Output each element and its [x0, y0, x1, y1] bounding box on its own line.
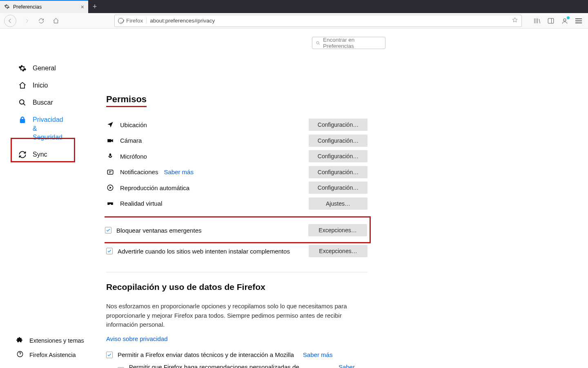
check-row-ext-recs: Permitir que Firefox haga recomendacione…: [118, 363, 368, 368]
forward-button[interactable]: [22, 16, 31, 25]
perm-settings-button[interactable]: Ajustes…: [309, 197, 368, 210]
notification-dot: [567, 16, 570, 19]
privacy-notice-link[interactable]: Aviso sobre privacidad: [106, 335, 368, 342]
perm-label: Reproducción automática: [120, 184, 189, 191]
sidebar-item-general[interactable]: General: [16, 60, 105, 77]
autoplay-icon: [106, 184, 114, 192]
perm-label: Realidad virtual: [120, 200, 162, 207]
tab-label: Preferencias: [13, 4, 78, 10]
perm-settings-button[interactable]: Configuración…: [309, 150, 368, 162]
checkbox[interactable]: [106, 352, 113, 358]
url-text: about:preferences#privacy: [150, 18, 508, 24]
sidebar-item-label: General: [33, 64, 56, 73]
learn-more-link[interactable]: Saber más: [303, 351, 333, 358]
gear-icon: [18, 64, 27, 73]
perm-row-autoplay: Reproducción automática Configuración…: [106, 180, 368, 196]
checkbox[interactable]: [106, 248, 113, 254]
search-placeholder: Encontrar en Preferencias: [323, 37, 382, 49]
gear-icon: [4, 4, 10, 11]
identity-label: Firefox: [126, 18, 143, 24]
help-icon: [16, 350, 24, 359]
sidebar-toggle-icon[interactable]: [547, 17, 555, 25]
preferences-main: Encontrar en Preferencias Permisos Ubica…: [105, 29, 588, 368]
svg-rect-0: [548, 18, 554, 23]
highlight-box-sidebar: [11, 138, 75, 162]
close-icon[interactable]: ×: [81, 4, 84, 10]
sidebar-item-label: Buscar: [33, 98, 53, 107]
sidebar-footer-support[interactable]: Firefox Asistencia: [16, 350, 84, 359]
footer-label: Extensiones y temas: [29, 337, 84, 344]
perm-label: Micrófono: [120, 153, 147, 160]
perm-row-notifications: Notificaciones Saber más Configuración…: [106, 164, 368, 180]
url-bar[interactable]: Firefox about:preferences#privacy: [114, 15, 522, 27]
section-heading-permissions: Permisos: [106, 94, 368, 107]
perm-row-camera: Cámara Configuración…: [106, 133, 368, 149]
find-in-preferences[interactable]: Encontrar en Preferencias: [312, 37, 385, 49]
tab-preferences[interactable]: Preferencias ×: [0, 0, 88, 13]
puzzle-icon: [16, 336, 24, 345]
check-label: Permitir que Firefox haga recomendacione…: [129, 364, 330, 368]
toolbar-right: [533, 17, 584, 25]
perm-row-microphone: Micrófono Configuración…: [106, 148, 368, 164]
perm-settings-button[interactable]: Configuración…: [309, 135, 368, 147]
perm-settings-button[interactable]: Configuración…: [309, 182, 368, 194]
perm-row-vr: Realidad virtual Ajustes…: [106, 196, 368, 212]
search-icon: [18, 98, 27, 107]
check-row-telemetry: Permitir a Firefox enviar datos técnicos…: [106, 347, 368, 363]
sidebar-item-home[interactable]: Inicio: [16, 77, 105, 94]
home-button[interactable]: [51, 16, 60, 25]
bookmark-star-icon[interactable]: [512, 17, 518, 25]
learn-more-link[interactable]: Saber más: [339, 364, 368, 368]
sidebar-item-label: Inicio: [33, 81, 48, 90]
perm-label: Cámara: [120, 137, 142, 144]
exceptions-button[interactable]: Excepciones…: [308, 224, 367, 236]
svg-rect-5: [107, 170, 113, 175]
preferences-sidebar: General Inicio Buscar Privacidad & Segur…: [0, 29, 105, 368]
svg-point-1: [564, 18, 566, 21]
notifications-icon: [106, 168, 114, 176]
datacollection-description: Nos esforzamos en proporcionarle opcione…: [106, 302, 347, 330]
learn-more-link[interactable]: Saber más: [164, 168, 194, 175]
microphone-icon: [106, 152, 114, 160]
section-heading-datacollection: Recopilación y uso de datos de Firefox: [106, 282, 368, 292]
menu-button[interactable]: [575, 17, 582, 25]
section-divider: [106, 272, 368, 272]
identity-box[interactable]: Firefox: [118, 18, 147, 24]
check-label: Permitir a Firefox enviar datos técnicos…: [118, 351, 294, 358]
account-icon[interactable]: [561, 17, 568, 25]
vr-icon: [106, 200, 114, 208]
library-icon[interactable]: [533, 17, 541, 25]
perm-row-location: Ubicación Configuración…: [106, 117, 368, 133]
new-tab-button[interactable]: +: [88, 0, 101, 13]
lock-icon: [18, 115, 27, 124]
check-label: Advertirle cuando los sitios web intente…: [118, 248, 290, 255]
home-icon: [18, 81, 27, 90]
perm-settings-button[interactable]: Configuración…: [309, 119, 368, 131]
sidebar-item-search[interactable]: Buscar: [16, 94, 105, 111]
highlight-box-popup: Bloquear ventanas emergentes Excepciones…: [105, 216, 371, 243]
exceptions-button[interactable]: Excepciones…: [309, 245, 368, 257]
location-icon: [106, 121, 114, 129]
firefox-icon: [118, 18, 124, 24]
nav-toolbar: Firefox about:preferences#privacy: [0, 13, 588, 29]
perm-settings-button[interactable]: Configuración…: [309, 166, 368, 178]
footer-label: Firefox Asistencia: [29, 352, 76, 358]
camera-icon: [106, 137, 114, 145]
check-row-warn-addons: Advertirle cuando los sitios web intente…: [106, 243, 368, 259]
reload-button[interactable]: [37, 16, 46, 25]
back-button[interactable]: [4, 15, 16, 27]
sidebar-footer-extensions[interactable]: Extensiones y temas: [16, 336, 84, 345]
perm-label: Ubicación: [120, 121, 147, 128]
perm-label: Notificaciones: [120, 168, 158, 175]
tab-strip: Preferencias × +: [0, 0, 588, 13]
check-row-block-popups: Bloquear ventanas emergentes Excepciones…: [105, 222, 367, 238]
check-label: Bloquear ventanas emergentes: [116, 227, 201, 234]
svg-point-4: [316, 41, 319, 44]
svg-point-2: [20, 100, 24, 104]
checkbox[interactable]: [105, 227, 111, 233]
